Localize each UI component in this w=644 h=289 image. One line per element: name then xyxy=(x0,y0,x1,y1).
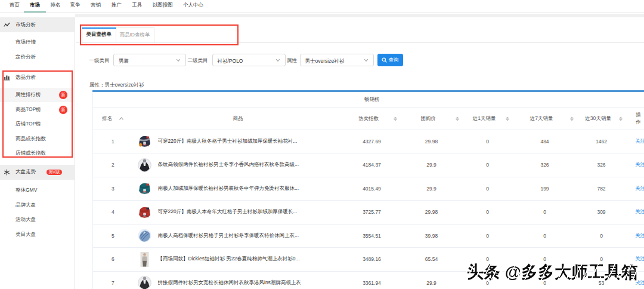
nav-item[interactable]: 以图搜图 xyxy=(153,2,173,8)
sidebar-item-市场行情[interactable]: 市场行情 xyxy=(0,35,75,50)
nav-item[interactable]: 工具 xyxy=(132,2,143,8)
cell-product: 可穿220斤】南极人秋冬格子男士衬衫加绒加厚保暖长袖花衬... xyxy=(133,130,343,153)
product-title[interactable]: 【商场同款】Dickies短袖衬衫 男22春夏纯棉帅气潮上衣衬衫0... xyxy=(158,256,300,263)
nav-item[interactable]: 营销 xyxy=(91,2,101,8)
page: 首页市场排名竞争营销推广工具以图搜图个人中心 市场分析市场行情定价分析选品分析属… xyxy=(0,0,644,289)
select-value: 衬衫/POLO xyxy=(218,58,243,65)
cell-action: 关注 xyxy=(626,153,644,177)
follow-link[interactable]: 关注 xyxy=(635,138,644,144)
nav-item[interactable]: 推广 xyxy=(112,2,122,8)
cell-sales-30d: 1462 xyxy=(577,130,626,153)
table-group-header: 畅销榜 xyxy=(93,91,644,107)
cell-sales-1d: 0 xyxy=(463,177,513,201)
follow-link[interactable]: 关注 xyxy=(635,232,644,238)
search-icon xyxy=(382,57,387,63)
sorter-icon[interactable] xyxy=(619,116,623,121)
product-title[interactable]: 可穿220斤】南极人秋冬格子男士衬衫加绒加厚保暖长袖花衬... xyxy=(158,138,298,145)
sidebar-item-label: 类目大盘 xyxy=(16,231,36,238)
cell-group-price: 39.98 xyxy=(401,224,463,248)
cell-hot-index: 3554.51 xyxy=(343,224,401,248)
nav-item[interactable]: 排名 xyxy=(50,2,60,8)
sidebar-item-商品成长指数[interactable]: 商品成长指数 xyxy=(0,132,75,146)
product-image[interactable] xyxy=(137,134,152,149)
sidebar-item-品牌大盘[interactable]: 品牌大盘 xyxy=(0,198,75,213)
sidebar-item-label: 商品TOP榜 xyxy=(16,106,41,113)
cell-sales-1d: 0 xyxy=(463,130,513,153)
attribute-result-line: 属性：男士oversize衬衫 xyxy=(89,82,144,89)
table-row: 4可穿220斤】南极人本命年大红格子男士衬衫加绒加厚保暖长...3725.772… xyxy=(93,201,644,225)
search-button[interactable]: 查询 xyxy=(377,54,403,66)
nav-item[interactable]: 市场 xyxy=(30,2,40,8)
sidebar-group-市场分析[interactable]: 市场分析 xyxy=(0,17,75,32)
sidebar-item-label: 市场行情 xyxy=(16,39,36,46)
product-title[interactable]: 条纹高领假两件长袖衬衫男士冬季小香风内搭衬衣秋冬款高级... xyxy=(158,161,299,168)
cell-rank: 1 xyxy=(93,130,133,153)
cell-rank: 2 xyxy=(93,153,133,177)
sidebar-item-店铺成长指数[interactable]: 店铺成长指数 xyxy=(0,146,75,161)
cell-action: 关注 xyxy=(626,130,644,153)
product-image[interactable] xyxy=(137,252,152,267)
active-tab-indicator xyxy=(82,27,116,29)
column-header-近1天销量[interactable]: 近1天销量 xyxy=(463,107,513,130)
nav-item[interactable]: 个人中心 xyxy=(183,2,203,8)
sidebar-item-商品TOP榜[interactable]: 商品TOP榜新 xyxy=(0,103,75,117)
cell-hot-index: 4327.69 xyxy=(343,130,401,153)
sidebar-item-整体GMV[interactable]: 整体GMV xyxy=(0,183,75,198)
column-header-近7天销量[interactable]: 近7天销量 xyxy=(513,107,577,130)
product-image[interactable] xyxy=(137,275,152,289)
sidebar-item-店铺TOP榜[interactable]: 店铺TOP榜 xyxy=(0,117,75,131)
product-title[interactable]: 拼接假两件衬衫男女宽松长袖休闲衬衣秋季港风ins潮牌高领上衣 xyxy=(158,279,301,287)
cell-hot-index: 4184.37 xyxy=(343,153,401,177)
column-header-label: 近7天销量 xyxy=(530,115,553,122)
sidebar-item-属性排行榜[interactable]: 属性排行榜新 xyxy=(0,88,75,102)
product-image[interactable] xyxy=(137,158,152,173)
table-row: 5南极人高档保暖衬衫男格子男士衬衫冬季保暖衣特价休闲上衣...3554.5139… xyxy=(93,224,644,248)
product-image[interactable] xyxy=(137,181,152,196)
nav-item[interactable]: 竞争 xyxy=(70,2,80,8)
sidebar-item-定价分析[interactable]: 定价分析 xyxy=(0,50,75,64)
column-header-label: 近1天销量 xyxy=(473,115,496,122)
search-button-label: 查询 xyxy=(389,57,399,64)
column-header-label: 团购价 xyxy=(420,115,436,122)
follow-link[interactable]: 关注 xyxy=(635,185,644,191)
nav-item[interactable]: 首页 xyxy=(10,2,20,8)
sorter-icon[interactable] xyxy=(570,116,574,121)
select-属性[interactable]: 男士oversize衬衫 xyxy=(300,54,374,66)
follow-link[interactable]: 关注 xyxy=(635,208,644,214)
product-title[interactable]: 可穿220斤】南极人本命年大红格子男士衬衫加绒加厚保暖长... xyxy=(158,208,298,216)
product-image[interactable] xyxy=(137,205,152,220)
sidebar-item-label: 属性排行榜 xyxy=(16,91,41,99)
sorter-icon[interactable] xyxy=(394,116,397,121)
cell-sales-7d: 326 xyxy=(513,153,577,177)
table-row: 2条纹高领假两件长袖衬衫男士冬季小香风内搭衬衣秋冬款高级...4184.3729… xyxy=(93,153,644,177)
column-header-团购价[interactable]: 团购价 xyxy=(401,107,463,130)
sidebar-item-类目大盘[interactable]: 类目大盘 xyxy=(0,227,75,242)
sort-asc-icon[interactable] xyxy=(119,117,123,120)
column-header-热卖指数[interactable]: 热卖指数 xyxy=(343,107,401,130)
product-image[interactable] xyxy=(137,228,152,243)
tab-product-id-rank[interactable]: 商品ID查榜单 xyxy=(116,27,154,42)
sorter-icon[interactable] xyxy=(506,116,509,121)
product-title[interactable]: 南极人高档保暖衬衫男格子男士衬衫冬季保暖衣特价休闲上衣... xyxy=(158,232,299,239)
sorter-icon[interactable] xyxy=(456,116,459,121)
select-一级类目[interactable]: 男装 xyxy=(113,54,186,66)
sidebar-group-选品分析[interactable]: 选品分析 xyxy=(0,70,75,85)
cell-hot-index: 3361.94 xyxy=(343,271,401,289)
select-二级类目[interactable]: 衬衫/POLO xyxy=(212,54,286,66)
follow-link[interactable]: 关注 xyxy=(635,161,644,167)
tabbar-bottom-border xyxy=(76,42,644,43)
bar-chart-icon xyxy=(4,74,10,81)
cell-sales-7d: 484 xyxy=(513,130,577,153)
sidebar-item-label: 活动大盘 xyxy=(16,216,36,223)
tab-category-rank[interactable]: 类目查榜单 xyxy=(82,27,116,42)
cell-rank: 3 xyxy=(93,177,133,201)
chevron-down-icon xyxy=(364,59,368,62)
product-title[interactable]: 南极人加绒加厚保暖长袖衬衫男装秋冬中年弹力免烫衬衣服休... xyxy=(158,185,299,192)
sidebar-group-大盘走势[interactable]: 大盘走势测试版 xyxy=(0,165,75,180)
column-header-近30天销量[interactable]: 近30天销量 xyxy=(577,107,626,130)
sidebar-item-label: 定价分析 xyxy=(16,54,36,61)
column-header-操作: 操作 xyxy=(626,107,644,130)
cell-rank: 6 xyxy=(93,248,133,272)
cell-sales-1d: 0 xyxy=(463,201,513,225)
sidebar-item-活动大盘[interactable]: 活动大盘 xyxy=(0,213,75,227)
